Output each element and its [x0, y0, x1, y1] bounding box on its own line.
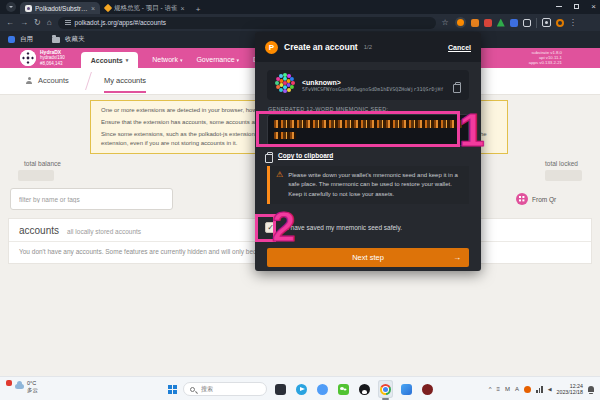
menu-governance[interactable]: Governance ▾	[196, 56, 239, 68]
update-icon[interactable]	[556, 19, 564, 27]
modal-step-indicator: 1/2	[364, 44, 372, 50]
seed-saved-label: I have saved my mnemonic seed safely.	[287, 224, 402, 231]
taskbar-search-input[interactable]	[199, 385, 259, 393]
filter-input[interactable]	[10, 188, 173, 210]
weather-alert-icon	[6, 380, 12, 386]
app-wechat[interactable]	[336, 380, 351, 398]
browser-menu-icon[interactable]: ⋮	[569, 19, 577, 27]
total-balance-skeleton	[18, 170, 54, 181]
address-bar[interactable]: polkadot.js.org/apps/#/accounts	[58, 17, 436, 29]
clock-date: 2023/12/18	[556, 389, 583, 395]
app-chrome-active[interactable]	[378, 380, 393, 398]
network-icon[interactable]	[536, 386, 543, 393]
app-chat[interactable]	[315, 380, 330, 398]
app-red-circle[interactable]	[420, 380, 435, 398]
account-name: <unknown>	[302, 79, 448, 86]
accounts-icon	[25, 77, 33, 85]
total-locked-skeleton	[545, 170, 582, 181]
bookmark-item[interactable]: 自用	[20, 35, 33, 44]
new-account-card: <unknown> 5FvVHCSFNYosGon9E6wgnoSdDm1hEV…	[267, 70, 469, 100]
from-qr-button[interactable]: From Qr	[516, 193, 556, 205]
close-tab-icon[interactable]: ×	[91, 5, 95, 12]
firefox-tray-icon[interactable]	[524, 386, 531, 393]
tab-strip: Polkadot/Substrate Portal × 规格总览 - 项目 - …	[0, 0, 600, 14]
red-extension-icon[interactable]	[484, 19, 492, 27]
bookmark-folder[interactable]: 收藏夹	[65, 35, 85, 44]
green-extension-icon[interactable]	[497, 19, 505, 27]
profile-icon[interactable]	[542, 18, 551, 27]
tray-app-icon[interactable]: M	[505, 386, 510, 392]
copy-address-icon[interactable]	[455, 82, 461, 89]
taskbar-search[interactable]	[183, 382, 267, 396]
tray-app-icon[interactable]: ≡	[497, 386, 501, 392]
notifications-bell-icon[interactable]	[588, 386, 594, 392]
cancel-link[interactable]: Cancel	[448, 44, 471, 51]
url-text: polkadot.js.org/apps/#/accounts	[75, 19, 166, 26]
bookmark-icon	[8, 36, 15, 43]
identicon	[275, 73, 295, 97]
qr-icon	[516, 193, 528, 205]
volume-icon[interactable]: ◀	[548, 387, 552, 392]
weather-widget[interactable]: 0°C 多云	[6, 380, 38, 393]
tray-expand-icon[interactable]: ^	[489, 386, 492, 392]
tab-search-icon[interactable]	[6, 2, 16, 12]
warning-icon: ⚠	[276, 171, 283, 199]
site-settings-icon[interactable]	[65, 20, 71, 25]
menu-accounts[interactable]: Accounts ▾	[81, 52, 138, 68]
reload-icon[interactable]: ↻	[34, 19, 41, 27]
arrow-right-icon: →	[453, 253, 461, 262]
close-window-button[interactable]: ×	[591, 3, 596, 11]
maximize-button[interactable]	[574, 4, 579, 9]
account-meta: <unknown> 5FvVHCSFNYosGon9E6wgnoSdDm1hEV…	[302, 79, 448, 92]
extensions-puzzle-icon[interactable]	[523, 19, 531, 27]
browser-toolbar: ← → ↻ ⌂ polkadot.js.org/apps/#/accounts …	[0, 14, 600, 31]
polkadot-extension-icon[interactable]	[455, 17, 466, 28]
cloud-icon	[15, 384, 24, 389]
from-qr-label: From Qr	[532, 196, 556, 203]
chevron-down-icon: ▾	[237, 57, 240, 63]
blue-extension-icon[interactable]	[510, 19, 518, 27]
app-qq[interactable]	[357, 380, 372, 398]
yuque-favicon	[104, 4, 112, 12]
close-tab-icon[interactable]: ×	[181, 5, 185, 12]
warning-text: Please write down your wallet's mnemonic…	[288, 171, 463, 199]
app-explorer[interactable]	[273, 380, 288, 398]
account-address: 5FvVHCSFNYosGon9E6wgnoSdDm1hEVSQZHoWjr31…	[302, 86, 448, 92]
app-telegram[interactable]	[294, 380, 309, 398]
tab-title: Polkadot/Substrate Portal	[35, 5, 88, 12]
bookmark-star-icon[interactable]: ☆	[442, 18, 449, 27]
home-icon[interactable]: ⌂	[47, 19, 52, 27]
system-tray: ^ ≡ M A ◀ 12:24 2023/12/18	[489, 377, 594, 400]
next-step-button[interactable]: Next step →	[267, 248, 469, 267]
chain-selector[interactable]: HydraDX hydradx/190 #8,064,143	[20, 50, 65, 67]
menu-network[interactable]: Network ▾	[152, 56, 182, 68]
breadcrumb: Accounts	[25, 76, 69, 85]
app-docs[interactable]	[399, 380, 414, 398]
annotation-number-1: 1	[459, 107, 485, 153]
accounts-subtitle: all locally stored accounts	[67, 228, 141, 235]
search-icon	[190, 387, 195, 392]
copy-to-clipboard-link[interactable]: Copy to clipboard	[267, 152, 333, 159]
folder-icon	[52, 37, 60, 43]
tab-my-accounts[interactable]: My accounts	[104, 76, 146, 85]
version-info: substrate v1.8.0 api v10.11.1 apps v0.13…	[529, 50, 562, 66]
tab-polkadot-portal[interactable]: Polkadot/Substrate Portal ×	[20, 2, 100, 14]
metamask-extension-icon[interactable]	[471, 19, 479, 27]
extensions-row: ⋮	[455, 17, 577, 28]
new-tab-button[interactable]: +	[196, 5, 201, 14]
input-method-icon[interactable]: A	[515, 386, 519, 392]
seed-warning: ⚠ Please write down your wallet's mnemon…	[267, 166, 469, 204]
tab-yuque[interactable]: 规格总览 - 项目 - 语雀 ×	[100, 2, 190, 14]
polkadotjs-icon: P	[265, 41, 278, 54]
screen: Polkadot/Substrate Portal × 规格总览 - 项目 - …	[0, 0, 600, 400]
copy-icon	[267, 152, 273, 159]
tab-title: 规格总览 - 项目 - 语雀	[114, 4, 178, 13]
taskbar: 0°C 多云 ^ ≡ M A	[0, 376, 600, 400]
forward-icon[interactable]: →	[20, 19, 28, 27]
taskbar-clock[interactable]: 12:24 2023/12/18	[556, 383, 583, 395]
start-button[interactable]	[168, 385, 177, 394]
minimize-button[interactable]	[556, 6, 562, 7]
annotation-box-seed	[256, 111, 460, 147]
back-icon[interactable]: ←	[6, 19, 14, 27]
taskbar-center	[168, 377, 435, 400]
